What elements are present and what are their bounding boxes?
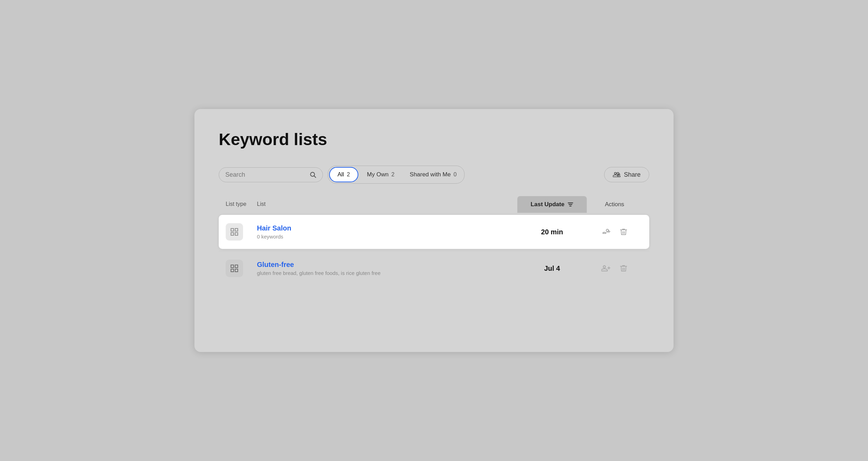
svg-rect-8 <box>235 228 238 231</box>
svg-rect-15 <box>231 269 234 272</box>
svg-rect-10 <box>235 233 238 235</box>
table-row: Gluten-free gluten free bread, gluten fr… <box>219 251 649 285</box>
list-sub: gluten free bread, gluten free foods, is… <box>257 270 517 276</box>
share-people-icon <box>613 171 620 178</box>
svg-rect-14 <box>235 265 238 268</box>
main-card: Keyword lists All 2 My Own 2 Share <box>194 109 674 352</box>
svg-rect-13 <box>231 265 234 268</box>
person-add-icon <box>601 264 610 273</box>
col-last-update: Last Update <box>517 196 587 213</box>
row-actions <box>587 226 642 238</box>
share-button[interactable]: Share <box>604 167 649 182</box>
grid-icon <box>230 227 239 236</box>
table: List type List Last Update Actions <box>219 196 649 285</box>
filter-all[interactable]: All 2 <box>329 167 358 182</box>
svg-rect-9 <box>231 233 234 235</box>
svg-rect-7 <box>231 228 234 231</box>
person-add-icon <box>601 227 610 236</box>
list-sub: 0 keywords <box>257 234 517 240</box>
list-info: Gluten-free gluten free bread, gluten fr… <box>257 261 517 276</box>
search-button[interactable] <box>309 171 316 178</box>
svg-line-1 <box>314 176 316 178</box>
search-input[interactable] <box>225 171 306 178</box>
page-title: Keyword lists <box>219 130 649 149</box>
add-user-button[interactable] <box>600 262 612 274</box>
toolbar: All 2 My Own 2 Shared with Me 0 Sha <box>219 166 649 184</box>
delete-button[interactable] <box>618 263 629 274</box>
svg-rect-16 <box>235 269 238 272</box>
trash-icon <box>619 228 628 236</box>
list-name[interactable]: Gluten-free <box>257 261 517 269</box>
table-row: Hair Salon 0 keywords 20 min <box>219 215 649 249</box>
list-info: Hair Salon 0 keywords <box>257 224 517 240</box>
filter-group: All 2 My Own 2 Shared with Me 0 <box>328 166 465 184</box>
filter-shared[interactable]: Shared with Me 0 <box>402 168 464 182</box>
search-icon <box>309 171 316 178</box>
list-icon <box>226 260 243 277</box>
search-wrapper <box>219 167 323 182</box>
trash-icon <box>619 264 628 273</box>
sort-icon <box>567 201 574 208</box>
share-label: Share <box>624 171 641 178</box>
list-icon <box>226 223 243 241</box>
delete-button[interactable] <box>618 226 629 237</box>
col-actions: Actions <box>587 201 642 208</box>
col-list-type: List type <box>226 201 257 208</box>
last-update-value: Jul 4 <box>517 265 587 273</box>
add-user-button[interactable] <box>600 226 612 238</box>
filter-my-own[interactable]: My Own 2 <box>359 168 402 182</box>
last-update-value: 20 min <box>517 228 587 236</box>
grid-icon <box>230 264 239 273</box>
list-name[interactable]: Hair Salon <box>257 224 517 232</box>
col-list: List <box>257 201 517 208</box>
table-header: List type List Last Update Actions <box>219 196 649 213</box>
row-actions <box>587 262 642 274</box>
